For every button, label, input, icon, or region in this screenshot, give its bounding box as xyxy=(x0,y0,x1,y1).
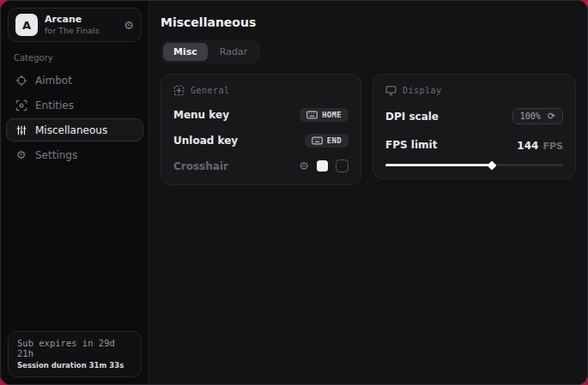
fps-limit-value: 144 FPS xyxy=(517,136,563,153)
crosshair-icon xyxy=(15,74,27,87)
crosshair-row: Crosshair ⚙ xyxy=(173,159,349,172)
sidebar-item-aimbot[interactable]: Aimbot xyxy=(6,69,143,92)
crosshair-checkbox[interactable] xyxy=(336,159,349,172)
sidebar-item-label: Aimbot xyxy=(35,75,72,87)
grid-icon xyxy=(173,85,185,96)
app-title: Arcane xyxy=(45,14,117,26)
category-nav: Aimbot Entities Miscellaneous ⚙ Settings xyxy=(1,68,149,167)
menu-key-value: HOME xyxy=(322,111,342,119)
sidebar-item-entities[interactable]: Entities xyxy=(6,93,143,117)
cards-row: General Menu key HOME Unload key END xyxy=(161,74,576,185)
unload-key-label: Unload key xyxy=(173,135,238,147)
display-card-title: Display xyxy=(403,86,442,95)
session-duration-text: Session duration 31m 33s xyxy=(17,361,132,370)
sidebar-item-label: Settings xyxy=(35,149,77,161)
sliders-icon xyxy=(15,123,27,136)
tab-radar[interactable]: Radar xyxy=(209,43,258,61)
refresh-icon[interactable]: ⟳ xyxy=(548,111,555,121)
gear-icon[interactable]: ⚙ xyxy=(124,20,134,31)
display-card-header: Display xyxy=(385,85,563,96)
monitor-icon xyxy=(385,85,397,96)
sidebar: A Arcane for The Finals ⚙ Category Aimbo… xyxy=(1,1,149,384)
subscription-card: Sub expires in 29d 21h Session duration … xyxy=(8,331,142,377)
gear-icon: ⚙ xyxy=(15,148,27,161)
general-card-header: General xyxy=(173,85,349,96)
unload-key-row: Unload key END xyxy=(173,134,349,147)
crosshair-controls: ⚙ xyxy=(299,159,349,172)
brand-card: A Arcane for The Finals ⚙ xyxy=(8,8,142,42)
gear-icon[interactable]: ⚙ xyxy=(299,160,309,171)
dpi-scale-value: 100% xyxy=(520,111,541,121)
app-subtitle: for The Finals xyxy=(45,26,117,36)
fps-limit-row: FPS limit 144 FPS xyxy=(385,136,563,153)
app-window: A Arcane for The Finals ⚙ Category Aimbo… xyxy=(0,0,588,385)
page-title: Miscellaneous xyxy=(161,15,576,29)
app-logo: A xyxy=(15,14,38,36)
menu-key-label: Menu key xyxy=(173,109,229,121)
dpi-scale-label: DPI scale xyxy=(385,111,439,123)
sidebar-item-settings[interactable]: ⚙ Settings xyxy=(6,143,143,166)
menu-key-button[interactable]: HOME xyxy=(300,108,349,122)
brand-text: Arcane for The Finals xyxy=(45,14,117,36)
tab-misc[interactable]: Misc xyxy=(163,43,208,61)
sidebar-item-miscellaneous[interactable]: Miscellaneous xyxy=(6,118,143,141)
dpi-scale-control[interactable]: 100% ⟳ xyxy=(512,108,563,124)
unload-key-value: END xyxy=(327,136,342,145)
sub-expires-text: Sub expires in 29d 21h xyxy=(17,338,132,358)
entities-icon xyxy=(15,99,27,111)
keyboard-icon xyxy=(312,136,323,145)
fps-slider-thumb[interactable] xyxy=(488,160,497,170)
unload-key-button[interactable]: END xyxy=(305,134,349,147)
crosshair-color-swatch[interactable] xyxy=(317,160,328,171)
crosshair-label: Crosshair xyxy=(173,160,228,172)
fps-limit-label: FPS limit xyxy=(385,139,437,151)
fps-limit-slider[interactable] xyxy=(385,164,563,166)
keyboard-icon xyxy=(306,111,318,119)
menu-key-row: Menu key HOME xyxy=(173,108,349,122)
general-card: General Menu key HOME Unload key END xyxy=(161,74,361,185)
fps-slider-fill xyxy=(385,164,492,166)
tab-bar: Misc Radar xyxy=(161,40,260,63)
dpi-scale-row: DPI scale 100% ⟳ xyxy=(385,108,563,124)
category-label: Category xyxy=(14,53,149,63)
display-card: Display DPI scale 100% ⟳ FPS limit 144 F… xyxy=(373,74,576,179)
general-card-title: General xyxy=(191,86,230,95)
main-content: Miscellaneous Misc Radar General Menu ke… xyxy=(149,1,588,384)
sidebar-item-label: Entities xyxy=(35,99,74,111)
sidebar-item-label: Miscellaneous xyxy=(35,124,107,136)
